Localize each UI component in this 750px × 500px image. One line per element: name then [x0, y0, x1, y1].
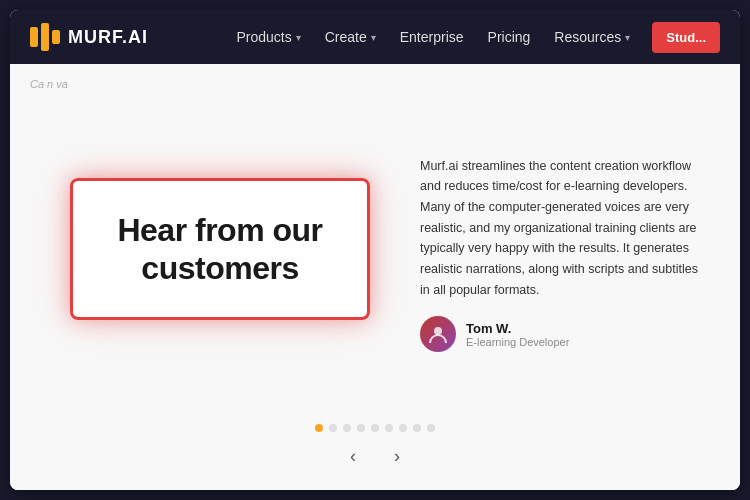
- dot-9[interactable]: [427, 424, 435, 432]
- hear-heading: Hear from our customers: [113, 211, 327, 288]
- nav-item-products[interactable]: Products ▾: [226, 23, 310, 51]
- nav-item-resources[interactable]: Resources ▾: [544, 23, 640, 51]
- logo-bar-2: [41, 23, 49, 51]
- pagination-area: ‹ ›: [10, 424, 740, 490]
- avatar: [420, 316, 456, 352]
- chevron-down-icon: ▾: [296, 32, 301, 43]
- cta-button[interactable]: Stud...: [652, 22, 720, 53]
- main-content: Ca n va Hear from our customers Murf.ai …: [10, 64, 740, 490]
- pagination-dots: [315, 424, 435, 432]
- content-section: Hear from our customers Murf.ai streamli…: [10, 64, 740, 424]
- logo-icon: [30, 23, 60, 51]
- dot-4[interactable]: [357, 424, 365, 432]
- nav-item-pricing[interactable]: Pricing: [478, 23, 541, 51]
- navbar: MURF.AI Products ▾ Create ▾ Enterprise P…: [10, 10, 740, 64]
- canva-watermark: Ca n va: [30, 78, 68, 90]
- dot-3[interactable]: [343, 424, 351, 432]
- svg-point-0: [434, 327, 442, 335]
- avatar-image: [420, 316, 456, 352]
- testimonial-body: Murf.ai streamlines the content creation…: [420, 156, 700, 300]
- nav-links: Products ▾ Create ▾ Enterprise Pricing R…: [226, 22, 720, 53]
- right-panel: Murf.ai streamlines the content creation…: [420, 146, 700, 352]
- chevron-down-icon: ▾: [371, 32, 376, 43]
- author-role: E-learning Developer: [466, 336, 569, 348]
- pagination-arrows: ‹ ›: [339, 442, 411, 470]
- chevron-down-icon: ▾: [625, 32, 630, 43]
- author-area: Tom W. E-learning Developer: [420, 316, 700, 352]
- dot-2[interactable]: [329, 424, 337, 432]
- dot-8[interactable]: [413, 424, 421, 432]
- browser-window: MURF.AI Products ▾ Create ▾ Enterprise P…: [10, 10, 740, 490]
- logo-text: MURF.AI: [68, 27, 148, 48]
- dot-7[interactable]: [399, 424, 407, 432]
- dot-5[interactable]: [371, 424, 379, 432]
- nav-item-enterprise[interactable]: Enterprise: [390, 23, 474, 51]
- left-panel: Hear from our customers: [50, 178, 390, 321]
- logo-bar-1: [30, 27, 38, 47]
- logo-area: MURF.AI: [30, 23, 148, 51]
- author-name: Tom W.: [466, 321, 569, 336]
- hear-box: Hear from our customers: [70, 178, 370, 321]
- person-icon: [427, 323, 449, 345]
- dot-1[interactable]: [315, 424, 323, 432]
- nav-item-create[interactable]: Create ▾: [315, 23, 386, 51]
- dot-6[interactable]: [385, 424, 393, 432]
- author-info: Tom W. E-learning Developer: [466, 321, 569, 348]
- next-button[interactable]: ›: [383, 442, 411, 470]
- prev-button[interactable]: ‹: [339, 442, 367, 470]
- logo-bar-3: [52, 30, 60, 44]
